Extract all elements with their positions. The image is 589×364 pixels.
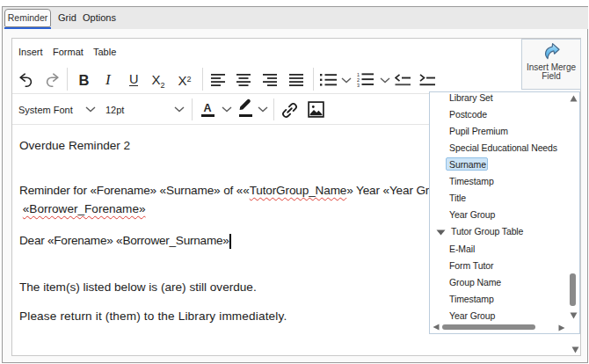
svg-text:3: 3 (357, 83, 360, 87)
